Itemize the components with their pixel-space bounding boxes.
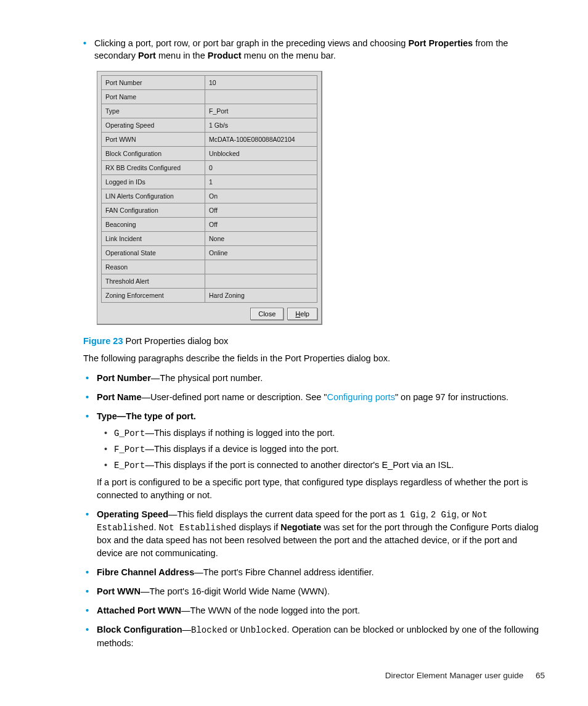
prop-label: Zoning Enforcement bbox=[102, 288, 205, 302]
figure-text: Port Properties dialog box bbox=[123, 336, 228, 346]
field-head: Fibre Channel Address bbox=[97, 567, 194, 577]
type-after: If a port is configured to be a specific… bbox=[97, 476, 545, 502]
field-port-name: Port Name—User-defined port name or desc… bbox=[97, 391, 545, 404]
prop-label: Beaconing bbox=[102, 217, 205, 231]
prop-value: McDATA-100E080088A02104 bbox=[205, 132, 317, 146]
configuring-ports-link[interactable]: Configuring ports bbox=[327, 392, 394, 402]
dash: — bbox=[145, 460, 154, 470]
field-head: Port WWN bbox=[97, 586, 141, 596]
table-row: RX BB Credits Configured0 bbox=[102, 160, 317, 174]
t1: This field displays the current data spe… bbox=[178, 509, 400, 519]
or: or bbox=[227, 625, 240, 634]
table-row: Threshold Alert bbox=[102, 274, 317, 288]
table-row: Operating Speed1 Gb/s bbox=[102, 118, 317, 132]
prop-label: Operating Speed bbox=[102, 118, 205, 132]
prop-label: FAN Configuration bbox=[102, 203, 205, 217]
dash: — bbox=[145, 428, 154, 438]
c1: Blocked bbox=[191, 625, 227, 635]
prop-value: 1 bbox=[205, 174, 317, 189]
prop-value: None bbox=[205, 231, 317, 245]
dash: — bbox=[151, 373, 160, 383]
field-head: Block Configuration bbox=[97, 625, 182, 634]
prop-label: Operational State bbox=[102, 245, 205, 260]
table-row: Logged in IDs1 bbox=[102, 174, 317, 189]
prop-label: Type bbox=[102, 104, 205, 118]
field-boldrest: The type of port. bbox=[126, 411, 196, 421]
dash: — bbox=[181, 605, 190, 615]
dash: — bbox=[117, 411, 126, 421]
figure-caption: Figure 23 Port Properties dialog box bbox=[83, 336, 545, 346]
c4: Not Established bbox=[158, 523, 236, 533]
prop-label: Threshold Alert bbox=[102, 274, 205, 288]
c1: 1 Gig bbox=[400, 510, 426, 520]
table-row: Operational StateOnline bbox=[102, 245, 317, 260]
prop-label: Link Incident bbox=[102, 231, 205, 245]
prop-value: Online bbox=[205, 245, 317, 260]
dash: — bbox=[168, 509, 178, 519]
intro-suffix: menu on the menu bar. bbox=[242, 51, 336, 60]
dash: — bbox=[182, 625, 192, 634]
prop-value bbox=[205, 260, 317, 274]
table-row: Zoning EnforcementHard Zoning bbox=[102, 288, 317, 302]
table-row: Reason bbox=[102, 260, 317, 274]
intro-mid2: menu in the bbox=[156, 51, 208, 60]
intro-bold2: Port bbox=[138, 51, 156, 60]
prop-value: On bbox=[205, 189, 317, 203]
field-head: Port Number bbox=[97, 373, 151, 383]
subtype-eport: E_Port—This displays if the port is conn… bbox=[114, 459, 545, 472]
or: , or bbox=[457, 509, 472, 519]
intro-bold1: Port Properties bbox=[408, 38, 473, 48]
field-list: Port Number—The physical port number. Po… bbox=[83, 372, 545, 650]
intro-prefix: Clicking a port, port row, or port bar g… bbox=[94, 38, 408, 48]
table-row: TypeF_Port bbox=[102, 104, 317, 118]
field-type: Type—The type of port. G_Port—This displ… bbox=[97, 410, 545, 502]
c2: 2 Gig bbox=[431, 510, 457, 520]
field-port-wwn: Port WWN—The port's 16-digit World Wide … bbox=[97, 585, 545, 598]
table-row: Port Number10 bbox=[102, 75, 317, 89]
prop-label: Port WWN bbox=[102, 132, 205, 146]
prop-label: Logged in IDs bbox=[102, 174, 205, 189]
field-text: The WWN of the node logged into the port… bbox=[190, 605, 360, 615]
figure-label: Figure 23 bbox=[83, 336, 123, 346]
code: G_Port bbox=[114, 429, 145, 438]
properties-table: Port Number10 Port Name TypeF_Port Opera… bbox=[101, 75, 317, 303]
dash: — bbox=[194, 567, 203, 577]
table-row: Port Name bbox=[102, 89, 317, 104]
text: This displays if nothing is logged into … bbox=[154, 428, 335, 438]
field-head: Port Name bbox=[97, 392, 142, 402]
table-row: Block ConfigurationUnblocked bbox=[102, 146, 317, 160]
field-block-configuration: Block Configuration—Blocked or Unblocked… bbox=[97, 623, 545, 649]
text: This displays if a device is logged into… bbox=[154, 444, 339, 454]
prop-label: RX BB Credits Configured bbox=[102, 160, 205, 174]
t2: displays if bbox=[237, 522, 281, 532]
code: F_Port bbox=[114, 445, 145, 454]
prop-value bbox=[205, 274, 317, 288]
field-text: The physical port number. bbox=[160, 373, 263, 383]
table-row: LIN Alerts ConfigurationOn bbox=[102, 189, 317, 203]
help-rest: elp bbox=[300, 310, 309, 318]
type-sublist: G_Port—This displays if nothing is logge… bbox=[97, 427, 545, 472]
field-port-number: Port Number—The physical port number. bbox=[97, 372, 545, 385]
page-number: 65 bbox=[536, 671, 545, 680]
dialog-button-bar: Close Help bbox=[101, 308, 317, 320]
close-button[interactable]: Close bbox=[250, 308, 284, 320]
intro-text: Clicking a port, port row, or port bar g… bbox=[94, 37, 545, 62]
intro-bold3: Product bbox=[208, 51, 242, 60]
comma: , bbox=[426, 509, 431, 519]
field-text: The port's 16-digit World Wide Name (WWN… bbox=[149, 586, 330, 596]
t2: " on page 97 for instructions. bbox=[395, 392, 508, 402]
footer-title: Director Element Manager user guide bbox=[385, 671, 523, 680]
help-button[interactable]: Help bbox=[287, 308, 317, 320]
prop-value bbox=[205, 89, 317, 104]
table-row: FAN ConfigurationOff bbox=[102, 203, 317, 217]
subtype-gport: G_Port—This displays if nothing is logge… bbox=[114, 427, 545, 440]
prop-value: 0 bbox=[205, 160, 317, 174]
t1: User-defined port name or description. S… bbox=[150, 392, 327, 402]
prop-label: Port Name bbox=[102, 89, 205, 104]
prop-value: Unblocked bbox=[205, 146, 317, 160]
prop-value: F_Port bbox=[205, 104, 317, 118]
prop-value: 1 Gb/s bbox=[205, 118, 317, 132]
prop-label: LIN Alerts Configuration bbox=[102, 189, 205, 203]
prop-label: Block Configuration bbox=[102, 146, 205, 160]
dash: — bbox=[145, 444, 154, 454]
